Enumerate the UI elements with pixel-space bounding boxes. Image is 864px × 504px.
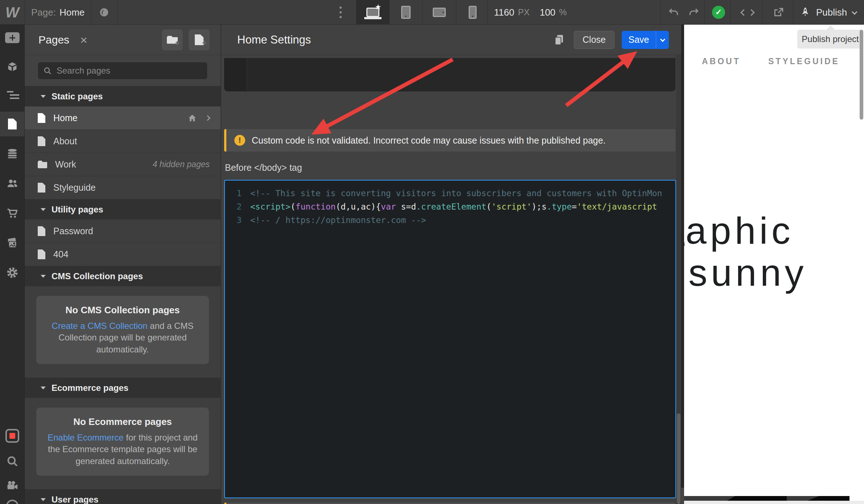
cms-button[interactable] xyxy=(0,141,25,166)
page-item-home[interactable]: Home xyxy=(25,107,221,130)
settings-scrollbar[interactable] xyxy=(676,55,681,504)
assets-button[interactable] xyxy=(0,231,25,255)
saved-status-button[interactable]: ✓ xyxy=(707,0,731,25)
zoom-value[interactable]: 100 xyxy=(540,7,555,18)
chevron-down-icon xyxy=(852,9,857,15)
designer-canvas[interactable]: ABOUT STYLEGUIDE e aphic sunny Publish p… xyxy=(681,25,864,504)
warning-text: Custom code is not validated. Incorrect … xyxy=(252,135,606,146)
new-page-button[interactable]: + xyxy=(189,29,210,50)
canvas-width-unit: PX xyxy=(518,7,530,17)
add-elements-button[interactable] xyxy=(0,25,25,50)
ecommerce-button[interactable] xyxy=(0,201,25,226)
close-panel-icon[interactable]: × xyxy=(80,34,87,46)
section-cms-collection-pages[interactable]: CMS Collection pages xyxy=(25,266,221,286)
section-static-pages[interactable]: Static pages xyxy=(25,86,221,107)
components-button[interactable] xyxy=(0,54,25,79)
canvas-left-edge-lower xyxy=(681,488,684,504)
share-icon xyxy=(773,7,785,18)
enable-ecommerce-link[interactable]: Enable Ecommerce xyxy=(48,433,123,442)
page-item-styleguide[interactable]: Styleguide xyxy=(25,176,221,199)
video-camera-icon xyxy=(6,480,18,492)
mobile-portrait-icon xyxy=(469,6,477,19)
settings-header: Home Settings Close Save xyxy=(221,25,681,55)
code-line: 2<script>(function(d,u,ac){var s=d.creat… xyxy=(225,200,675,213)
page-item-label: 404 xyxy=(53,249,69,260)
code-brackets-icon xyxy=(741,10,754,15)
export-code-button[interactable] xyxy=(733,0,762,25)
canvas-width-value[interactable]: 1160 xyxy=(494,7,514,18)
video-tutorials-button[interactable] xyxy=(0,474,25,498)
record-icon xyxy=(5,429,19,443)
gear-icon xyxy=(6,266,19,279)
page-indicator-label: Page: xyxy=(31,7,56,18)
before-body-tag-label: Before </body> tag xyxy=(225,162,302,173)
section-label: Static pages xyxy=(52,91,103,102)
page-indicator[interactable]: Page: Home xyxy=(31,0,85,25)
redo-button[interactable] xyxy=(684,0,704,25)
breakpoint-tablet-button[interactable] xyxy=(389,0,422,25)
caret-down-icon xyxy=(41,95,46,98)
chevron-right-icon[interactable] xyxy=(205,115,211,121)
tooltip-caret xyxy=(826,25,835,30)
webflow-logo-icon[interactable]: W xyxy=(0,0,25,25)
page-item-password[interactable]: Password xyxy=(25,220,221,243)
save-button[interactable]: Save xyxy=(622,31,656,49)
code-gutter xyxy=(225,58,247,91)
ecommerce-empty-title: No Ecommerce pages xyxy=(44,416,202,427)
page-icon xyxy=(38,226,45,236)
canvas-nav-link-styleguide[interactable]: STYLEGUIDE xyxy=(768,57,840,66)
create-cms-collection-link[interactable]: Create a CMS Collection xyxy=(52,321,148,331)
share-button[interactable] xyxy=(765,0,793,25)
close-button[interactable]: Close xyxy=(574,31,614,49)
breakpoint-mobile-landscape-button[interactable] xyxy=(423,0,456,25)
settings-button[interactable] xyxy=(0,260,25,285)
screen-recording-button[interactable] xyxy=(0,424,25,448)
pages-panel: Pages × + + Static pages Home xyxy=(25,25,221,504)
pages-panel-title: Pages xyxy=(38,34,69,46)
publish-button[interactable]: Publish xyxy=(799,0,856,25)
caret-down-icon xyxy=(41,387,46,389)
code-line: 3<!-- / https://optinmonster.com --> xyxy=(225,213,675,227)
search-pages-input[interactable] xyxy=(38,62,207,79)
duplicate-icon[interactable] xyxy=(554,34,564,46)
canvas-left-edge xyxy=(681,25,684,488)
scrollbar-thumb[interactable] xyxy=(677,413,680,504)
pages-search-row xyxy=(25,55,221,86)
page-item-404[interactable]: 404 xyxy=(25,243,221,266)
help-icon[interactable] xyxy=(6,500,18,504)
settings-title: Home Settings xyxy=(237,33,311,46)
users-button[interactable] xyxy=(0,171,25,196)
breakpoint-mobile-portrait-button[interactable] xyxy=(456,0,489,25)
finder-search-button[interactable] xyxy=(0,449,25,474)
undo-button[interactable] xyxy=(664,0,683,25)
caret-down-icon xyxy=(41,275,46,278)
section-utility-pages[interactable]: Utility pages xyxy=(25,199,221,220)
cube-icon xyxy=(7,61,18,73)
page-item-about[interactable]: About xyxy=(25,130,221,153)
preview-eye-button[interactable] xyxy=(91,0,118,25)
pages-panel-header: Pages × + + xyxy=(25,25,221,55)
canvas-menu-button[interactable] xyxy=(332,0,349,25)
navigator-button[interactable] xyxy=(0,83,25,107)
page-icon xyxy=(38,183,45,193)
section-user-pages[interactable]: User pages xyxy=(25,489,221,504)
folder-icon xyxy=(38,161,47,168)
undo-icon xyxy=(668,7,679,18)
pages-button[interactable] xyxy=(0,112,25,136)
folder-item-work[interactable]: Work 4 hidden pages xyxy=(25,153,221,176)
page-settings-panel: Home Settings Close Save ! Custom code i… xyxy=(221,25,681,504)
before-body-code-editor[interactable]: 1<!-- This site is converting visitors i… xyxy=(224,180,676,498)
chevron-down-icon xyxy=(660,37,665,42)
canvas-size-indicator: 1160 PX 100 % xyxy=(494,0,567,25)
page-icon xyxy=(38,136,45,146)
breakpoint-desktop-button[interactable]: ★ xyxy=(356,0,389,25)
canvas-nav-link-about[interactable]: ABOUT xyxy=(702,57,741,66)
save-options-button[interactable] xyxy=(656,31,669,49)
left-toolbar xyxy=(0,25,25,504)
new-folder-button[interactable]: + xyxy=(162,29,183,50)
canvas-scrollbar-thumb[interactable] xyxy=(860,30,863,120)
head-code-editor-partial[interactable] xyxy=(224,58,675,91)
canvas-heading-fragment-1: aphic xyxy=(686,212,794,249)
section-ecommerce-pages[interactable]: Ecommerce pages xyxy=(25,378,221,398)
ecommerce-empty-state: No Ecommerce pages Enable Ecommerce for … xyxy=(25,398,221,489)
